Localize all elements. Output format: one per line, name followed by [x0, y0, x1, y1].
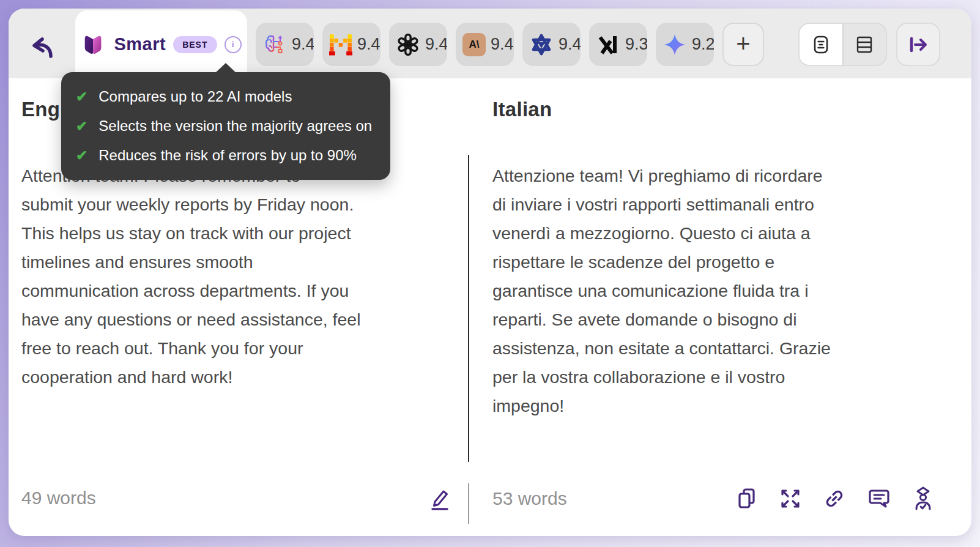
text-line: submit your weekly reports by Friday noo…: [21, 190, 450, 219]
text-line: rispettare le scadenze del progetto e: [492, 248, 935, 277]
check-icon: ✔: [76, 89, 87, 105]
document-view-icon: [810, 34, 832, 56]
brain-circuit-icon: [262, 32, 287, 57]
fullscreen-button[interactable]: [779, 487, 802, 510]
model-score: 9.3: [625, 35, 647, 54]
tab-model-qwen[interactable]: 9.4: [522, 23, 581, 66]
smart-logo-icon: [81, 32, 106, 58]
comment-icon: [867, 486, 891, 511]
tab-model-mistral[interactable]: 9.4: [322, 23, 380, 66]
add-model-button[interactable]: +: [722, 23, 764, 66]
expert-button[interactable]: [911, 486, 935, 512]
tooltip-text: Reduces the risk of errors by up to 90%: [98, 147, 357, 164]
target-text[interactable]: Attenzione team! Vi preghiamo di ricorda…: [492, 162, 935, 420]
copy-button[interactable]: [735, 486, 759, 511]
target-language-heading: Italian: [492, 98, 935, 121]
mistral-icon: [329, 34, 352, 56]
tooltip-row: ✔ Selects the version the majority agree…: [76, 117, 376, 135]
tab-model-openai[interactable]: 9.4: [389, 23, 447, 66]
copy-icon: [735, 486, 759, 511]
text-line: garantisce una comunicazione fluida tra …: [492, 277, 935, 305]
text-line: communication across departments. If you: [21, 277, 450, 305]
toolbar: Smart BEST i: [9, 9, 971, 78]
model-score: 9.4: [559, 35, 581, 54]
text-line: di inviare i vostri rapporti settimanali…: [492, 190, 935, 219]
open-panel-icon: [907, 34, 930, 56]
tooltip-row: ✔ Compares up to 22 AI models: [76, 88, 376, 105]
back-button[interactable]: [26, 31, 60, 65]
model-score: 9.4: [292, 35, 314, 54]
text-line: per la vostra collaborazione e il vostro: [492, 363, 935, 392]
text-line: timelines and ensures smooth: [21, 248, 450, 277]
target-column: Italian Attenzione team! Vi preghiamo di…: [469, 78, 971, 536]
check-icon: ✔: [76, 118, 87, 135]
target-word-count: 53 words: [492, 488, 567, 509]
text-line: impegno!: [492, 392, 935, 420]
expert-icon: [911, 486, 935, 512]
back-arrow-icon: [26, 32, 60, 64]
check-icon: ✔: [76, 147, 87, 164]
tooltip-row: ✔ Reduces the risk of errors by up to 90…: [76, 147, 376, 164]
tab-model-anthropic[interactable]: A\ 9.4: [456, 23, 514, 66]
openai-icon: [396, 32, 420, 57]
edit-button[interactable]: [428, 485, 452, 512]
anthropic-icon: A\: [462, 33, 486, 56]
model-score: 9.4: [425, 35, 447, 54]
gemini-icon: [663, 32, 687, 57]
source-word-count: 49 words: [21, 488, 96, 508]
best-badge: BEST: [173, 36, 217, 53]
rows-view-icon: [853, 34, 875, 56]
tab-smart-label: Smart: [114, 34, 166, 54]
source-text[interactable]: Attention team! Please remember tosubmit…: [21, 162, 450, 392]
tab-model-xai[interactable]: 9.3: [589, 23, 647, 66]
translator-window: Smart BEST i: [9, 9, 971, 536]
view-toggle-rows[interactable]: [842, 24, 886, 65]
action-icons: [735, 486, 935, 512]
model-score: 9.4: [357, 35, 380, 54]
source-footer: 49 words: [9, 485, 468, 512]
open-panel-button[interactable]: [896, 23, 940, 66]
link-button[interactable]: [822, 486, 847, 511]
edit-pencil-icon: [428, 485, 452, 512]
view-toggle: [798, 23, 887, 66]
fullscreen-icon: [779, 487, 802, 510]
target-footer: 53 words: [469, 486, 971, 512]
link-icon: [822, 486, 847, 511]
model-score: 9.4: [491, 35, 514, 54]
model-tabs: 9.4 9.4: [256, 23, 714, 66]
text-line: free to reach out. Thank you for your: [21, 334, 450, 363]
info-icon[interactable]: i: [225, 36, 242, 53]
text-line: Attenzione team! Vi preghiamo di ricorda…: [492, 162, 935, 190]
xai-icon: [596, 32, 620, 57]
qwen-icon: [529, 32, 554, 57]
tooltip-text: Compares up to 22 AI models: [98, 88, 292, 105]
comment-button[interactable]: [867, 486, 891, 511]
tab-model-brain[interactable]: 9.4: [256, 23, 314, 66]
text-line: cooperation and hard work!: [21, 363, 450, 392]
text-line: venerdì a mezzogiorno. Questo ci aiuta a: [492, 219, 935, 248]
smart-info-tooltip: ✔ Compares up to 22 AI models ✔ Selects …: [61, 72, 390, 180]
model-score: 9.2: [692, 35, 714, 54]
tooltip-text: Selects the version the majority agrees …: [98, 117, 372, 135]
text-line: assistenza, non esitate a contattarci. G…: [492, 334, 935, 363]
text-line: reparti. Se avete domande o bisogno di: [492, 305, 935, 334]
tab-model-gemini[interactable]: 9.2: [656, 23, 714, 66]
view-toggle-document[interactable]: [800, 24, 842, 65]
text-line: This helps us stay on track with our pro…: [21, 219, 450, 248]
text-line: have any questions or need assistance, f…: [21, 305, 450, 334]
